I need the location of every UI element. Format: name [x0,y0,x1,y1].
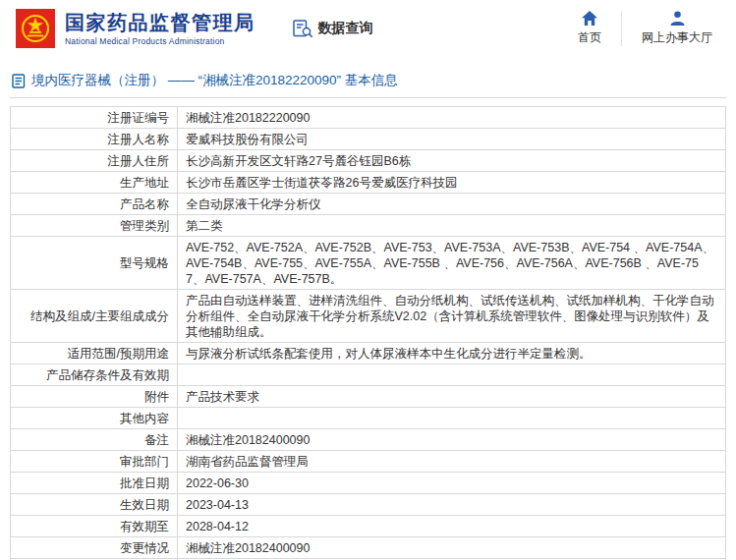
data-query-label: 数据查询 [318,20,373,37]
row-value: 湘械注准20182220090 [178,107,726,129]
row-value: 产品由自动送样装置、进样清洗组件、自动分纸机构、试纸传送机构、试纸加样机构、干化… [178,290,726,343]
row-label: 适用范围/预期用途 [11,343,178,364]
row-label: 其他内容 [11,408,178,429]
row-label: 产品名称 [11,194,178,215]
row-value: 长沙市岳麓区学士街道茯苓路26号爱威医疗科技园 [178,172,726,194]
table-row: 有效期至2028-04-12 [11,516,726,537]
site-subtitle: National Medical Products Administration [65,36,255,46]
table-row: 附件产品技术要求 [11,386,726,408]
site-title-block: 国家药品监督管理局 National Medical Products Admi… [65,11,255,46]
table-row: 管理类别第二类 [11,215,726,237]
nmpa-emblem-logo [16,9,55,48]
row-value: 湖南省药品监督管理局 [178,451,726,473]
row-value [178,408,726,429]
row-label: 型号规格 [11,237,178,290]
row-label: 附件 [11,386,178,408]
row-value: 产品技术要求 [178,386,726,408]
data-query-icon [293,20,313,38]
row-label: 注册人名称 [11,129,178,150]
document-icon [12,74,26,88]
home-icon [582,11,597,26]
row-value: 爱威科技股份有限公司 [178,129,726,150]
table-row: 注册证编号湘械注准20182220090 [11,107,726,129]
table-row: 注册人住所长沙高新开发区文轩路27号麓谷钰园B6栋 [11,150,726,172]
table-row: 结构及组成/主要组成成分产品由自动送样装置、进样清洗组件、自动分纸机构、试纸传送… [11,290,726,343]
table-row: 生效日期2023-04-13 [11,494,726,516]
row-label: 结构及组成/主要组成成分 [11,290,178,343]
row-label: 注册证编号 [11,107,178,129]
row-label: 审批部门 [11,451,178,473]
table-row: 批准日期2022-06-30 [11,473,726,494]
table-row: 生产地址长沙市岳麓区学士街道茯苓路26号爱威医疗科技园 [11,172,726,194]
header-nav: 首页 网上办事大厅 [558,0,732,57]
row-label: 备注 [11,429,178,451]
row-value: 全自动尿液干化学分析仪 [178,194,726,215]
table-row: 审批部门湖南省药品监督管理局 [11,451,726,473]
row-label: 生效日期 [11,494,178,516]
row-label: 有效期至 [11,516,178,537]
national-emblem-icon [16,9,55,48]
info-table-body: 注册证编号湘械注准20182220090注册人名称爱威科技股份有限公司注册人住所… [11,107,726,560]
row-value: 2023-04-13 [178,494,726,516]
table-row: 其他内容 [11,408,726,429]
user-icon [670,11,685,26]
row-value: 湘械注准20182400090 [178,537,726,559]
row-label: 产品储存条件及有效期 [11,364,178,386]
row-value: 湘械注准20182400090 [178,429,726,451]
row-label: 变更情况 [11,537,178,559]
nav-service-hall-label: 网上办事大厅 [642,29,712,46]
page-title-bar: 境内医疗器械（注册） —— “湘械注准20182220090” 基本信息 [10,67,726,98]
row-value: AVE-752、AVE-752A、AVE-752B、AVE-753、AVE-75… [178,237,726,290]
table-row: 变更情况湘械注准20182400090 [11,537,726,559]
row-value: 与尿液分析试纸条配套使用，对人体尿液样本中生化成分进行半定量检测。 [178,343,726,364]
row-value [178,364,726,386]
nav-home[interactable]: 首页 [558,0,621,57]
nav-home-label: 首页 [578,29,601,46]
row-value: 2028-04-12 [178,516,726,537]
nav-service-hall[interactable]: 网上办事大厅 [622,0,732,57]
table-row: 适用范围/预期用途与尿液分析试纸条配套使用，对人体尿液样本中生化成分进行半定量检… [11,343,726,364]
data-query-link[interactable]: 数据查询 [293,20,373,38]
row-label: 管理类别 [11,215,178,237]
row-label: 注册人住所 [11,150,178,172]
table-row: 产品名称全自动尿液干化学分析仪 [11,194,726,215]
table-row: 注册人名称爱威科技股份有限公司 [11,129,726,150]
row-label: 批准日期 [11,473,178,494]
row-value: 长沙高新开发区文轩路27号麓谷钰园B6栋 [178,150,726,172]
row-value: 第二类 [178,215,726,237]
site-header: 国家药品监督管理局 National Medical Products Admi… [0,0,736,57]
table-row: 产品储存条件及有效期 [11,364,726,386]
site-title: 国家药品监督管理局 [65,11,255,34]
table-row: 型号规格AVE-752、AVE-752A、AVE-752B、AVE-753、AV… [11,237,726,290]
page-title: 境内医疗器械（注册） —— “湘械注准20182220090” 基本信息 [31,72,398,89]
table-row: 备注湘械注准20182400090 [11,429,726,451]
registration-info-table: 注册证编号湘械注准20182220090注册人名称爱威科技股份有限公司注册人住所… [10,106,726,560]
row-value: 2022-06-30 [178,473,726,494]
row-label: 生产地址 [11,172,178,194]
